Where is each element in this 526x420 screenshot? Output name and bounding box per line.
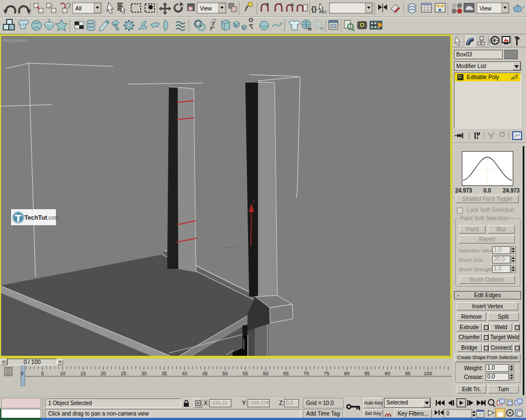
svg-text:40: 40 [182, 371, 187, 376]
svg-text:0: 0 [446, 411, 450, 417]
svg-text:70: 70 [303, 371, 309, 376]
svg-text:55: 55 [243, 371, 248, 376]
svg-text:80: 80 [344, 371, 349, 376]
svg-text:TechTut: TechTut [24, 214, 47, 221]
svg-text:(: ( [489, 38, 491, 44]
svg-text:%: % [291, 3, 295, 7]
svg-text:60: 60 [263, 371, 269, 376]
svg-text:5: 5 [41, 371, 44, 376]
svg-text:30: 30 [141, 371, 147, 376]
svg-text:0: 0 [20, 371, 23, 376]
svg-text:20: 20 [101, 371, 106, 376]
svg-text:50: 50 [222, 371, 228, 376]
svg-text:25: 25 [121, 371, 126, 376]
svg-text:65: 65 [283, 371, 288, 376]
svg-text:View: View [200, 6, 212, 12]
svg-text:100: 100 [424, 371, 432, 376]
svg-text:24.973: 24.973 [455, 188, 472, 194]
svg-text:3: 3 [266, 2, 269, 7]
svg-text:35: 35 [162, 371, 167, 376]
svg-text:15: 15 [80, 371, 86, 376]
svg-text:10: 10 [60, 371, 65, 376]
svg-text:Perspective: Perspective [3, 38, 28, 43]
svg-text:45: 45 [202, 371, 208, 376]
svg-text:75: 75 [324, 371, 329, 376]
svg-text:.com: .com [47, 215, 59, 221]
svg-text:T: T [22, 23, 25, 28]
svg-text:View: View [479, 6, 492, 12]
svg-text:ABC: ABC [319, 10, 327, 14]
svg-text:95: 95 [405, 371, 410, 376]
svg-text:M: M [308, 27, 312, 32]
svg-text:°: ° [280, 2, 281, 7]
svg-text:85: 85 [364, 371, 370, 376]
svg-text:{}: {} [311, 4, 317, 13]
svg-text:M: M [320, 26, 324, 31]
svg-text:All: All [75, 6, 81, 12]
svg-text:24.973: 24.973 [503, 188, 520, 194]
svg-text:0.0: 0.0 [483, 188, 491, 194]
svg-text:90: 90 [385, 371, 390, 376]
